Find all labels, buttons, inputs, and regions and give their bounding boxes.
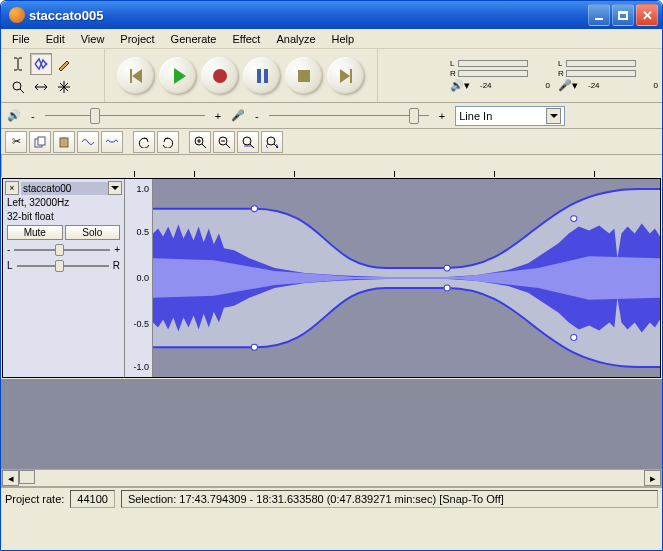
track-info-panel: × staccato00 Left, 32000Hz 32-bit float … [3, 179, 125, 377]
copy-icon [34, 136, 46, 148]
trim-icon [81, 136, 95, 148]
mic-icon-small: 🎤 [231, 109, 245, 122]
scroll-right-arrow[interactable]: ▸ [644, 470, 661, 486]
speaker-icon: 🔊▾ [450, 79, 470, 92]
copy-button[interactable] [29, 131, 51, 153]
multi-tool[interactable] [53, 76, 75, 98]
gain-slider[interactable]: - + [5, 242, 122, 257]
track-channel-info: Left, 32000Hz [5, 196, 122, 209]
maximize-button[interactable] [612, 4, 634, 26]
menu-generate[interactable]: Generate [164, 31, 224, 47]
paste-button[interactable] [53, 131, 75, 153]
track-close-button[interactable]: × [5, 181, 19, 195]
zoom-fit-icon [265, 135, 279, 149]
project-rate-label: Project rate: [5, 493, 64, 505]
meter-l: L [450, 59, 458, 68]
zoom-sel-button[interactable] [237, 131, 259, 153]
main-toolbar: L R 🔊▾-240 L R 🎤▾-240 [1, 49, 662, 103]
play-button[interactable] [159, 57, 197, 95]
timeshift-icon [34, 82, 48, 92]
record-button[interactable] [201, 57, 239, 95]
zoom-tool[interactable] [7, 76, 29, 98]
svg-rect-5 [62, 137, 66, 139]
svg-point-17 [251, 206, 257, 212]
svg-point-22 [571, 334, 577, 340]
envelope-icon [34, 57, 48, 71]
svg-rect-4 [60, 138, 68, 147]
selection-tool[interactable] [7, 53, 29, 75]
scroll-thumb[interactable] [19, 470, 35, 484]
menu-file[interactable]: File [5, 31, 37, 47]
horizontal-scrollbar[interactable]: ◂ ▸ [1, 469, 662, 487]
menu-edit[interactable]: Edit [39, 31, 72, 47]
window-title: staccato005 [29, 8, 588, 23]
menu-analyze[interactable]: Analyze [269, 31, 322, 47]
menu-effect[interactable]: Effect [225, 31, 267, 47]
meter-r: R [450, 69, 458, 78]
play-icon [174, 68, 186, 84]
menu-view[interactable]: View [74, 31, 112, 47]
redo-button[interactable] [157, 131, 179, 153]
amplitude-ruler: 1.0 0.5 0.0 -0.5 -1.0 [125, 179, 153, 377]
input-volume-slider[interactable] [269, 114, 429, 118]
svg-rect-3 [38, 137, 45, 145]
play-meter[interactable]: L R 🔊▾-240 [450, 59, 550, 92]
waveform-display[interactable] [153, 179, 660, 377]
speaker-icon-small: 🔊 [7, 109, 21, 122]
app-window: staccato005 ✕ File Edit View Project Gen… [0, 0, 663, 551]
pause-icon [257, 69, 268, 83]
undo-button[interactable] [133, 131, 155, 153]
trim-button[interactable] [77, 131, 99, 153]
zoom-sel-icon [241, 135, 255, 149]
svg-line-7 [202, 144, 206, 148]
stop-icon [298, 70, 310, 82]
scroll-left-arrow[interactable]: ◂ [2, 470, 19, 486]
silence-icon [105, 136, 119, 148]
svg-point-0 [13, 82, 21, 90]
minimize-button[interactable] [588, 4, 610, 26]
empty-track-area[interactable] [1, 379, 662, 469]
ibeam-icon [12, 57, 24, 71]
pan-slider[interactable]: L R [5, 258, 122, 273]
input-source-dropdown[interactable]: Line In [455, 106, 565, 126]
skip-end-button[interactable] [327, 57, 365, 95]
zoom-in-button[interactable] [189, 131, 211, 153]
pause-button[interactable] [243, 57, 281, 95]
input-source-label: Line In [459, 110, 492, 122]
solo-button[interactable]: Solo [65, 225, 121, 240]
pencil-icon [57, 57, 71, 71]
undo-icon [137, 136, 151, 148]
close-button[interactable]: ✕ [636, 4, 658, 26]
svg-point-19 [444, 265, 450, 271]
tools-panel [1, 49, 105, 102]
time-ruler[interactable]: 20:00 21:00 22:00 23:00 24:00 25:00 [1, 155, 662, 177]
multi-icon [58, 81, 70, 93]
svg-point-15 [267, 137, 275, 145]
zoom-out-button[interactable] [213, 131, 235, 153]
track-menu-button[interactable] [108, 181, 122, 195]
paste-icon [58, 136, 70, 148]
zoom-fit-button[interactable] [261, 131, 283, 153]
silence-button[interactable] [101, 131, 123, 153]
meter-r2: R [558, 69, 566, 78]
menu-project[interactable]: Project [113, 31, 161, 47]
output-volume-slider[interactable] [45, 114, 205, 118]
status-bar: Project rate: 44100 Selection: 17:43.794… [1, 487, 662, 509]
meter-l2: L [558, 59, 566, 68]
stop-button[interactable] [285, 57, 323, 95]
record-meter[interactable]: L R 🎤▾-240 [558, 59, 658, 92]
envelope-tool[interactable] [30, 53, 52, 75]
mixer-row: 🔊 - + 🎤 - + Line In [1, 103, 662, 129]
track-name[interactable]: staccato00 [21, 182, 108, 195]
skip-start-button[interactable] [117, 57, 155, 95]
draw-tool[interactable] [53, 53, 75, 75]
menu-bar: File Edit View Project Generate Effect A… [1, 29, 662, 49]
menu-help[interactable]: Help [325, 31, 362, 47]
mic-icon: 🎤▾ [558, 79, 578, 92]
timeshift-tool[interactable] [30, 76, 52, 98]
zoom-out-icon [217, 135, 231, 149]
project-rate-value[interactable]: 44100 [70, 490, 115, 508]
mute-button[interactable]: Mute [7, 225, 63, 240]
title-bar: staccato005 ✕ [1, 1, 662, 29]
cut-button[interactable]: ✂ [5, 131, 27, 153]
